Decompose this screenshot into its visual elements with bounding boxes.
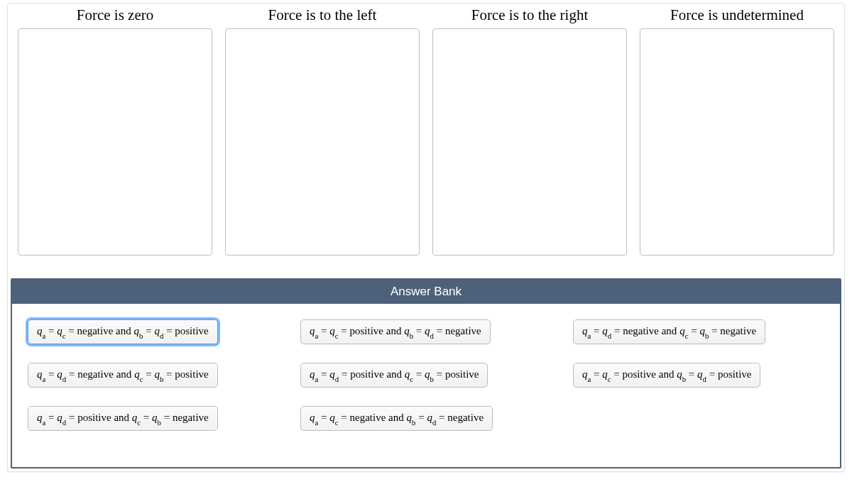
answer-bank-cell: qa = qc = positive and qb = qd = positiv…: [573, 363, 823, 388]
answer-bank-cell: qa = qc = negative and qb = qd = negativ…: [300, 406, 550, 431]
sign-2: positive: [175, 368, 209, 380]
sign-2: negative: [447, 412, 484, 423]
drop-column-title: Force is zero: [18, 5, 212, 28]
sign-1: negative: [77, 325, 114, 336]
sign-2: negative: [720, 325, 756, 336]
answer-chip[interactable]: qa = qd = positive and qc = qb = positiv…: [300, 363, 488, 388]
sign-1: positive: [77, 412, 111, 423]
sign-1: negative: [350, 412, 386, 423]
answer-chip[interactable]: qa = qd = negative and qc = qb = positiv…: [28, 363, 218, 388]
sign-1: positive: [623, 368, 657, 380]
drop-column-title: Force is to the left: [225, 5, 420, 28]
answer-chip[interactable]: qa = qc = positive and qb = qd = negativ…: [300, 319, 491, 344]
answer-chip[interactable]: qa = qd = negative and qc = qb = negativ…: [573, 319, 765, 344]
answer-bank-body: qa = qc = negative and qb = qd = positiv…: [12, 304, 840, 467]
drop-column: Force is undetermined: [640, 5, 834, 256]
sign-2: negative: [173, 412, 209, 423]
question-card: Force is zeroForce is to the leftForce i…: [7, 3, 845, 472]
drop-zone-row: Force is zeroForce is to the leftForce i…: [8, 4, 844, 263]
answer-chip[interactable]: qa = qc = negative and qb = qd = negativ…: [300, 406, 493, 431]
answer-chip[interactable]: qa = qc = negative and qb = qd = positiv…: [28, 319, 218, 344]
answer-bank-grid: qa = qc = negative and qb = qd = positiv…: [28, 319, 824, 431]
sign-2: positive: [175, 325, 209, 336]
answer-bank-cell: qa = qd = positive and qc = qb = negativ…: [28, 406, 278, 431]
drop-column: Force is zero: [18, 5, 212, 256]
answer-bank-cell: qa = qc = negative and qb = qd = positiv…: [28, 319, 278, 344]
sign-2: positive: [718, 368, 752, 380]
answer-bank-cell: qa = qc = positive and qb = qd = negativ…: [300, 319, 550, 344]
drop-zone[interactable]: [432, 28, 627, 256]
answer-bank-cell: qa = qd = positive and qc = qb = positiv…: [300, 363, 550, 388]
drop-column-title: Force is undetermined: [640, 5, 834, 28]
drop-zone[interactable]: [640, 28, 834, 256]
answer-bank-title: Answer Bank: [12, 280, 840, 304]
sign-2: negative: [445, 325, 481, 336]
sign-1: positive: [350, 368, 384, 380]
sign-2: positive: [445, 368, 479, 380]
drop-column: Force is to the left: [225, 5, 420, 256]
answer-bank-cell: qa = qd = negative and qc = qb = positiv…: [28, 363, 278, 388]
drop-column: Force is to the right: [432, 5, 627, 256]
answer-bank-cell: qa = qd = negative and qc = qb = negativ…: [573, 319, 823, 344]
answer-chip[interactable]: qa = qc = positive and qb = qd = positiv…: [573, 363, 760, 388]
drop-column-title: Force is to the right: [432, 5, 627, 28]
drop-zone[interactable]: [225, 28, 420, 256]
sign-1: positive: [350, 325, 384, 336]
sign-1: negative: [77, 368, 114, 380]
sign-1: negative: [623, 325, 659, 336]
drop-zone[interactable]: [18, 28, 212, 256]
answer-bank: Answer Bank qa = qc = negative and qb = …: [11, 278, 841, 469]
answer-chip[interactable]: qa = qd = positive and qc = qb = negativ…: [28, 406, 218, 431]
